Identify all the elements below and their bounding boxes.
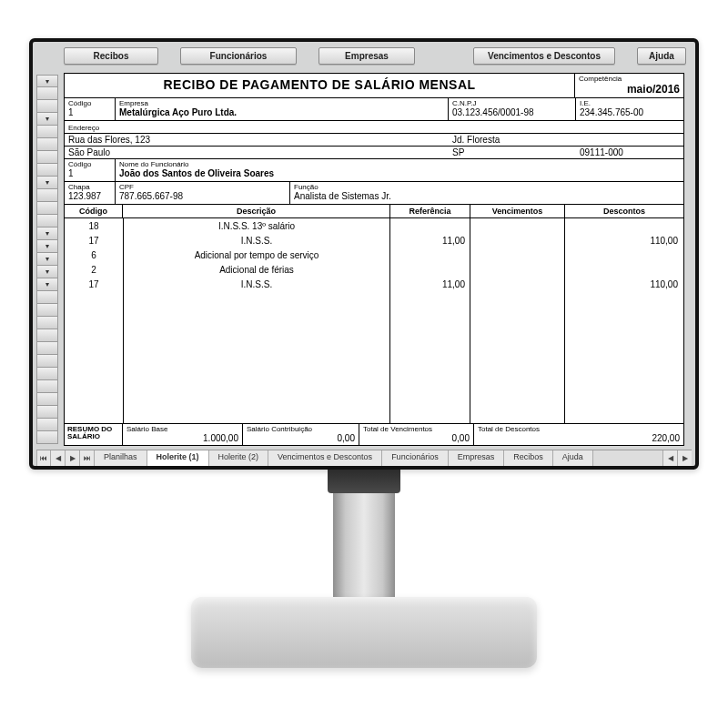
employee-codigo: 1 xyxy=(68,168,111,178)
row-selector[interactable] xyxy=(36,278,58,291)
company-bairro: Jd. Floresta xyxy=(449,134,576,146)
sheet-tab[interactable]: Empresas xyxy=(449,450,505,466)
company-cnpj: 03.123.456/0001-98 xyxy=(452,107,571,117)
item-row: 18I.N.S.S. 13º salário xyxy=(65,218,683,233)
col-descricao: Descrição xyxy=(123,205,390,217)
items-body: 18I.N.S.S. 13º salário17I.N.S.S.11,00110… xyxy=(65,218,683,423)
company-codigo: 1 xyxy=(68,107,111,117)
row-selector[interactable] xyxy=(36,164,58,177)
sheet-tab[interactable]: Recibos xyxy=(504,450,553,466)
row-selector[interactable] xyxy=(36,189,58,202)
salario-contrib-label: Salário Contribuição xyxy=(247,425,355,433)
row-selector[interactable] xyxy=(36,253,58,266)
monitor-neck-joint xyxy=(328,470,400,493)
document-title: RECIBO DE PAGAMENTO DE SALÁRIO MENSAL xyxy=(65,74,574,97)
employee-cpf: 787.665.667-98 xyxy=(119,191,286,201)
row-selector[interactable] xyxy=(36,431,58,444)
sheet-tab[interactable]: Ajuda xyxy=(553,450,593,466)
sheet-tab[interactable]: Planilhas xyxy=(95,450,147,466)
monitor-base xyxy=(191,597,537,668)
row-selector[interactable] xyxy=(36,329,58,342)
row-selector[interactable] xyxy=(36,87,58,100)
nav-next-icon[interactable]: ▶ xyxy=(66,450,80,466)
row-selector[interactable] xyxy=(36,138,58,151)
item-referencia: 11,00 xyxy=(390,236,470,246)
item-descricao: I.N.S.S. xyxy=(123,279,390,289)
company-name: Metalúrgica Aço Puro Ltda. xyxy=(119,107,444,117)
item-codigo: 17 xyxy=(65,236,123,246)
funcionarios-button[interactable]: Funcionários xyxy=(180,47,297,65)
item-codigo: 6 xyxy=(65,250,123,260)
sheet-tab[interactable]: Funcionários xyxy=(382,450,449,466)
company-empresa-label: Empresa xyxy=(119,99,444,107)
employee-codigo-label: Código xyxy=(68,160,111,168)
row-selector[interactable] xyxy=(36,177,58,189)
row-selector[interactable] xyxy=(36,151,58,164)
row-selector[interactable] xyxy=(36,393,58,406)
row-selector[interactable] xyxy=(36,406,58,419)
row-selector[interactable] xyxy=(36,419,58,431)
employee-funcao-label: Função xyxy=(294,183,680,191)
empresas-button[interactable]: Empresas xyxy=(318,47,415,65)
competencia-box: Competência maio/2016 xyxy=(574,74,683,97)
col-referencia: Referência xyxy=(390,205,470,217)
competencia-value: maio/2016 xyxy=(579,83,680,96)
row-selector[interactable] xyxy=(36,317,58,329)
item-descricao: Adicional de férias xyxy=(123,265,390,275)
item-row: 17I.N.S.S.11,00110,00 xyxy=(65,277,683,291)
employee-funcao: Analista de Sistemas Jr. xyxy=(294,191,680,201)
monitor-neck xyxy=(333,493,395,602)
company-cep: 09111-000 xyxy=(576,147,683,158)
hscroll-left-icon[interactable]: ◀ xyxy=(662,450,677,466)
col-codigo: Código xyxy=(65,205,123,217)
company-ie: 234.345.765-00 xyxy=(580,107,680,117)
monitor-frame: Recibos Funcionários Empresas Vencimento… xyxy=(29,38,699,470)
employee-chapa-label: Chapa xyxy=(68,183,111,191)
row-selector[interactable] xyxy=(36,126,58,138)
row-selector[interactable] xyxy=(36,304,58,317)
row-selector[interactable] xyxy=(36,291,58,304)
row-selector[interactable] xyxy=(36,266,58,278)
col-descontos: Descontos xyxy=(565,205,683,217)
item-codigo: 17 xyxy=(65,279,123,289)
row-selector[interactable] xyxy=(36,342,58,355)
row-selector[interactable] xyxy=(36,113,58,126)
row-selector[interactable] xyxy=(36,240,58,253)
items-header: Código Descrição Referência Vencimentos … xyxy=(65,205,683,218)
row-selector[interactable] xyxy=(36,100,58,113)
company-ie-label: I.E. xyxy=(580,99,680,107)
nav-last-icon[interactable]: ⏭ xyxy=(80,450,95,466)
item-referencia: 11,00 xyxy=(390,279,470,289)
total-desc-label: Total de Descontos xyxy=(478,425,680,433)
sheet-tab[interactable]: Holerite (2) xyxy=(209,450,269,466)
row-selector[interactable] xyxy=(36,215,58,228)
row-selector[interactable] xyxy=(36,202,58,215)
row-selector[interactable] xyxy=(36,75,58,87)
row-selector[interactable] xyxy=(36,228,58,240)
sheet-tab-bar: ⏮ ◀ ▶ ⏭ PlanilhasHolerite (1)Holerite (2… xyxy=(36,450,692,466)
item-descontos: 110,00 xyxy=(565,236,683,246)
row-selector[interactable] xyxy=(36,355,58,368)
sheet-tab[interactable]: Vencimentos e Descontos xyxy=(268,450,382,466)
endereco-label: Endereço xyxy=(68,124,99,132)
item-row: 6Adicional por tempo de serviço xyxy=(65,248,683,262)
row-selector-gutter xyxy=(36,75,58,444)
employee-nome-label: Nome do Funcionário xyxy=(119,160,680,168)
item-descricao: Adicional por tempo de serviço xyxy=(123,250,390,260)
recibos-button[interactable]: Recibos xyxy=(64,47,158,65)
row-selector[interactable] xyxy=(36,380,58,393)
col-vencimentos: Vencimentos xyxy=(470,205,565,217)
salario-base: 1.000,00 xyxy=(126,433,238,443)
employee-cpf-label: CPF xyxy=(119,183,286,191)
hscroll-right-icon[interactable]: ▶ xyxy=(677,450,692,466)
vencimentos-descontos-button[interactable]: Vencimentos e Descontos xyxy=(473,47,615,65)
nav-prev-icon[interactable]: ◀ xyxy=(51,450,66,466)
ajuda-button[interactable]: Ajuda xyxy=(637,47,686,65)
total-desc: 220,00 xyxy=(478,433,680,443)
nav-first-icon[interactable]: ⏮ xyxy=(36,450,51,466)
item-codigo: 18 xyxy=(65,221,123,231)
item-codigo: 2 xyxy=(65,265,123,275)
row-selector[interactable] xyxy=(36,368,58,380)
sheet-tab[interactable]: Holerite (1) xyxy=(147,450,209,466)
resumo-label: RESUMO DO SALÁRIO xyxy=(65,424,123,445)
